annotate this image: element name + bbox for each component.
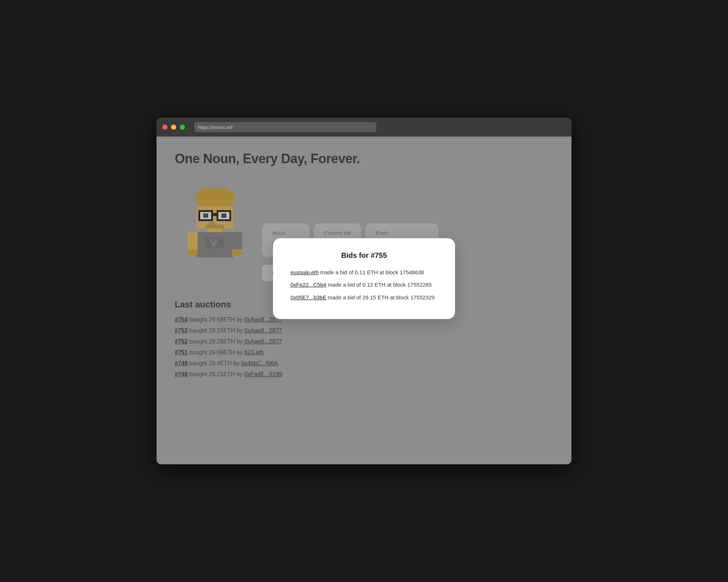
bid-entry-3: 0x05E7...b3bE made a bid of 29.15 ETH at… (290, 294, 438, 302)
titlebar (157, 118, 571, 137)
bid-entry-1: eusoujp.eth made a bid of 0.11 ETH at bl… (290, 268, 438, 277)
browser-window: One Noun, Every Day, Forever. (157, 118, 571, 464)
close-button[interactable] (162, 125, 167, 130)
bid-text-1: made a bid of 0.11 ETH at block 17548638 (320, 269, 424, 275)
bid-address-link-1[interactable]: eusoujp.eth (290, 269, 319, 275)
bid-entry-2: 0xFe22...C5b4 made a bid of 0.12 ETH at … (290, 281, 438, 289)
page-content: One Noun, Every Day, Forever. (157, 137, 571, 464)
bids-modal: Bids for #755 eusoujp.eth made a bid of … (273, 238, 455, 319)
modal-overlay[interactable]: Bids for #755 eusoujp.eth made a bid of … (157, 137, 571, 464)
address-bar[interactable] (194, 122, 376, 132)
bid-address-link-2[interactable]: 0xFe22...C5b4 (290, 282, 326, 288)
bid-text-3: made a bid of 29.15 ETH at block 1755232… (328, 294, 435, 300)
minimize-button[interactable] (171, 125, 176, 130)
modal-title: Bids for #755 (290, 251, 438, 260)
bid-address-link-3[interactable]: 0x05E7...b3bE (290, 294, 326, 300)
maximize-button[interactable] (180, 125, 185, 130)
bid-text-2: made a bid of 0.12 ETH at block 17552285 (328, 282, 432, 288)
